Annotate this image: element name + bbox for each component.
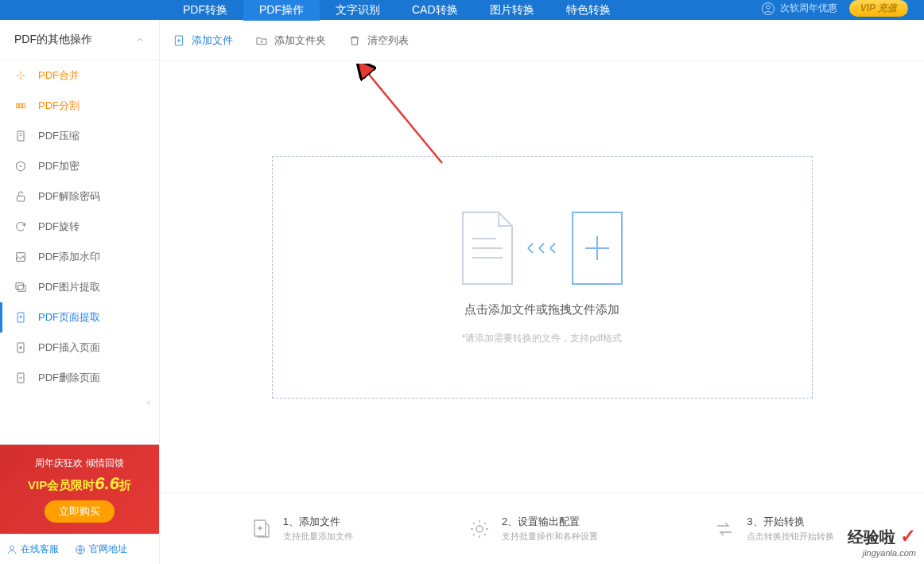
nav-tab-image[interactable]: 图片转换 [474,0,550,21]
add-file-icon [173,34,185,47]
drop-zone[interactable]: 点击添加文件或拖拽文件添加 *请添加需要转换的文件，支持pdf格式 [272,156,813,399]
sidebar-item-label: PDF插入页面 [38,340,100,355]
step-title: 1、添加文件 [283,515,353,529]
svg-rect-5 [17,131,24,141]
document-icon [455,208,520,288]
split-icon [14,99,27,112]
steps-bar: 1、添加文件支持批量添加文件 2、设置输出配置支持批量操作和各种设置 3、开始转… [160,492,924,564]
svg-rect-2 [17,103,19,107]
compress-icon [14,130,27,142]
sidebar-item-compress[interactable]: PDF压缩 [0,121,159,151]
merge-icon [14,69,27,82]
sidebar-item-label: PDF合并 [38,68,80,83]
rotate-icon [14,220,27,233]
sidebar-header[interactable]: PDF的其他操作 [0,20,159,60]
sidebar-item-label: PDF解除密码 [38,189,100,204]
add-file-button[interactable]: 添加文件 [173,33,233,48]
insert-page-icon [14,341,27,354]
user-icon [761,2,775,16]
drop-zone-text: 点击添加文件或拖拽文件添加 [464,302,619,317]
watermark: 经验啦 ✓ jingyanla.com [848,525,916,558]
chevron-up-icon [135,35,145,45]
user-text: 次软周年优惠 [780,2,837,15]
user-area[interactable]: 次软周年优惠 [761,2,837,16]
add-document-icon [565,208,630,288]
lock-icon [14,160,27,173]
official-site-link[interactable]: 官网地址 [75,543,127,556]
sidebar-item-merge[interactable]: PDF合并 [0,60,159,91]
page-extract-icon [14,311,27,324]
step-sub: 点击转换按钮开始转换 [747,531,834,543]
sidebar-list: PDF合并 PDF分割 PDF压缩 PDF加密 PDF解除密码 PDF旋转 PD… [0,60,159,444]
nav-tab-cad[interactable]: CAD转换 [396,0,474,21]
svg-rect-10 [18,285,25,291]
nav-tab-special[interactable]: 特色转换 [550,0,627,21]
svg-rect-9 [16,283,23,290]
online-service-link[interactable]: 在线客服 [6,543,59,556]
step-1: 1、添加文件支持批量添加文件 [250,515,353,543]
svg-rect-7 [17,196,24,201]
image-extract-icon [14,281,27,294]
sidebar-item-split[interactable]: PDF分割 [0,91,159,121]
sidebar-item-insert-page[interactable]: PDF插入页面 [0,333,159,363]
sidebar-item-page-extract[interactable]: PDF页面提取 [0,302,159,333]
gear-icon [468,518,491,540]
promo-banner[interactable]: 周年庆狂欢 倾情回馈 VIP会员限时6.6折 立即购买 [0,445,159,534]
step-3: 3、开始转换点击转换按钮开始转换 [713,515,834,543]
svg-rect-4 [23,103,25,107]
nav-tabs: PDF转换 PDF操作 文字识别 CAD转换 图片转换 特色转换 [167,0,627,21]
watermark-icon [14,251,27,263]
add-folder-label: 添加文件夹 [274,33,326,48]
promo-line2: VIP会员限时6.6折 [8,473,151,494]
trash-icon [348,34,361,47]
arrow-right-icon [526,240,558,256]
sidebar-item-label: PDF图片提取 [38,280,100,294]
promo-buy-button[interactable]: 立即购买 [45,500,115,523]
step-add-icon [250,518,272,540]
unlock-icon [14,190,27,203]
svg-point-14 [10,546,14,550]
svg-rect-3 [20,103,22,107]
sidebar-item-encrypt[interactable]: PDF加密 [0,151,159,181]
sidebar-item-image-extract[interactable]: PDF图片提取 [0,272,159,302]
content-area: 添加文件 添加文件夹 清空列表 点击添加文件或拖拽 [160,20,924,564]
toolbar: 添加文件 添加文件夹 清空列表 [160,20,924,61]
sidebar-item-label: PDF删除页面 [38,371,100,385]
add-file-label: 添加文件 [192,33,233,48]
sidebar-item-label: PDF添加水印 [38,250,100,264]
promo-area: 周年庆狂欢 倾情回馈 VIP会员限时6.6折 立即购买 [0,444,159,534]
delete-page-icon [14,371,27,384]
drop-zone-graphic [455,208,630,288]
sidebar-item-decrypt[interactable]: PDF解除密码 [0,181,159,212]
clear-list-label: 清空列表 [367,33,409,48]
step-title: 3、开始转换 [747,515,834,529]
nav-tab-pdf-operate[interactable]: PDF操作 [243,0,320,21]
step-sub: 支持批量添加文件 [283,531,353,543]
add-folder-button[interactable]: 添加文件夹 [255,33,326,48]
step-2: 2、设置输出配置支持批量操作和各种设置 [468,515,598,543]
vip-button[interactable]: VIP 充值 [849,0,908,17]
sidebar-item-label: PDF加密 [38,159,80,173]
step-title: 2、设置输出配置 [502,515,598,529]
sidebar: PDF的其他操作 PDF合并 PDF分割 PDF压缩 PDF加密 PDF解除密码… [0,20,160,564]
sidebar-title: PDF的其他操作 [14,33,92,47]
clear-list-button[interactable]: 清空列表 [348,33,409,48]
nav-tab-pdf-convert[interactable]: PDF转换 [167,0,243,21]
sidebar-item-watermark[interactable]: PDF添加水印 [0,242,159,272]
svg-point-6 [20,165,21,166]
sidebar-item-rotate[interactable]: PDF旋转 [0,212,159,242]
top-nav: PDF转换 PDF操作 文字识别 CAD转换 图片转换 特色转换 次软周年优惠 … [0,0,924,20]
close-icon[interactable]: × [0,393,159,412]
sidebar-item-label: PDF旋转 [38,220,80,234]
step-sub: 支持批量操作和各种设置 [502,531,598,543]
drop-zone-hint: *请添加需要转换的文件，支持pdf格式 [462,332,622,345]
svg-point-1 [767,5,771,9]
sidebar-item-delete-page[interactable]: PDF删除页面 [0,363,159,393]
add-folder-icon [255,34,268,47]
nav-tab-ocr[interactable]: 文字识别 [320,0,396,21]
sidebar-item-label: PDF页面提取 [38,310,100,325]
promo-line1: 周年庆狂欢 倾情回馈 [8,457,151,470]
sidebar-item-label: PDF压缩 [38,129,80,143]
user-icon [6,544,17,555]
svg-point-19 [476,526,483,532]
